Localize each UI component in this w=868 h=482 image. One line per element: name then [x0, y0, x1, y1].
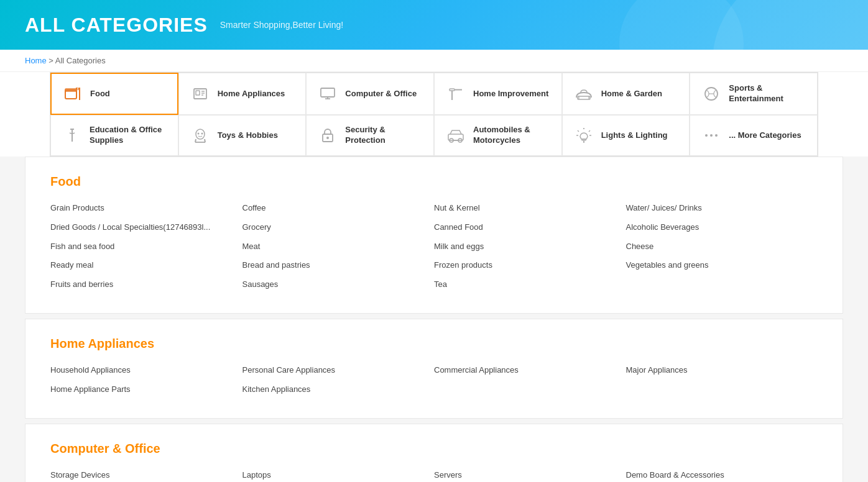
list-item[interactable]: Grocery	[242, 219, 435, 236]
cat-item-lights[interactable]: Lights & Lighting	[562, 115, 690, 156]
svg-point-29	[326, 137, 329, 139]
more-icon	[700, 124, 723, 147]
sports-label: Sports & Entertainment	[729, 83, 807, 104]
header-subtitle: Smarter Shopping,Better Living!	[220, 20, 343, 30]
svg-rect-5	[196, 91, 200, 95]
sports-icon	[700, 83, 723, 105]
home-appliances-section-title: Home Appliances	[50, 337, 818, 351]
list-item[interactable]: Milk and eggs	[434, 239, 626, 255]
svg-point-43	[715, 134, 718, 137]
list-item	[434, 381, 626, 398]
toys-icon	[189, 124, 211, 147]
list-item[interactable]: Canned Food	[434, 219, 626, 236]
cat-item-home-garden[interactable]: Home & Garden	[562, 73, 690, 115]
svg-line-38	[589, 130, 590, 132]
list-item[interactable]: Water/ Juices/ Drinks	[626, 200, 818, 217]
list-item[interactable]: Major Appliances	[626, 362, 818, 379]
list-item[interactable]: Storage Devices	[50, 467, 242, 482]
breadcrumb-current: All Categories	[55, 56, 106, 65]
cat-item-automobiles[interactable]: Automobiles & Motorcycles	[434, 115, 562, 156]
lights-label: Lights & Lighting	[601, 130, 668, 141]
list-item[interactable]: Nut & Kernel	[434, 200, 626, 217]
svg-point-22	[196, 129, 205, 139]
home-improvement-label: Home Improvement	[473, 89, 548, 99]
breadcrumb-home[interactable]: Home	[25, 56, 47, 65]
list-item[interactable]: Fruits and berries	[50, 276, 242, 293]
list-item[interactable]: Personal Care Appliances	[242, 362, 435, 379]
home-appliances-items-grid: Household Appliances Personal Care Appli…	[50, 362, 818, 398]
list-item[interactable]: Ready meal	[50, 257, 242, 274]
home-garden-icon	[573, 83, 595, 105]
list-item[interactable]: Bread and pastries	[242, 257, 435, 274]
cat-item-home-appliances[interactable]: Home Appliances	[178, 73, 307, 115]
cat-item-food[interactable]: Food	[50, 73, 178, 115]
home-appliances-section: Home Appliances Household Appliances Per…	[25, 319, 843, 419]
cat-item-sports[interactable]: Sports & Entertainment	[690, 73, 818, 115]
list-item	[626, 276, 818, 293]
home-improvement-icon	[445, 83, 467, 105]
list-item[interactable]: Commercial Appliances	[434, 362, 626, 379]
computer-office-label: Computer & Office	[345, 89, 417, 99]
computer-office-section-title: Computer & Office	[50, 442, 818, 456]
list-item[interactable]: Home Appliance Parts	[50, 381, 242, 398]
list-item	[626, 381, 818, 398]
automobiles-label: Automobiles & Motorcycles	[473, 125, 552, 146]
page-title: ALL CATEGORIES	[25, 14, 208, 37]
page-header: ALL CATEGORIES Smarter Shopping,Better L…	[0, 0, 868, 50]
svg-rect-15	[578, 96, 590, 99]
computer-office-section: Computer & Office Storage Devices Laptop…	[25, 424, 843, 482]
breadcrumb: Home > All Categories	[0, 50, 868, 72]
list-item[interactable]: Sausages	[242, 276, 435, 293]
list-item[interactable]: Dried Goods / Local Specialties(12746893…	[50, 219, 242, 236]
food-items-grid: Grain Products Coffee Nut & Kernel Water…	[50, 200, 818, 293]
list-item[interactable]: Meat	[242, 239, 435, 255]
category-nav: Food Home Appliances	[50, 72, 818, 157]
list-item[interactable]: Servers	[434, 467, 626, 482]
svg-point-27	[201, 133, 203, 135]
more-label: ... More Categories	[729, 130, 801, 141]
svg-rect-30	[448, 134, 463, 140]
cat-item-security[interactable]: Security & Protection	[306, 115, 434, 156]
home-appliances-label: Home Appliances	[218, 89, 285, 99]
cat-item-home-improvement[interactable]: Home Improvement	[434, 73, 562, 115]
food-section-title: Food	[50, 175, 818, 189]
list-item[interactable]: Demo Board & Accessories	[626, 467, 818, 482]
svg-point-26	[197, 133, 199, 135]
education-label: Education & Office Supplies	[90, 125, 168, 146]
list-item[interactable]: Cheese	[626, 239, 818, 255]
security-icon	[316, 124, 339, 147]
computer-office-items-grid: Storage Devices Laptops Servers Demo Boa…	[50, 467, 818, 482]
food-section: Food Grain Products Coffee Nut & Kernel …	[25, 157, 843, 314]
food-label: Food	[90, 89, 110, 99]
svg-rect-12	[450, 89, 455, 91]
svg-point-42	[710, 134, 713, 137]
list-item[interactable]: Vegetables and greens	[626, 257, 818, 274]
svg-rect-9	[321, 88, 335, 97]
list-item[interactable]: Household Appliances	[50, 362, 242, 379]
svg-point-41	[705, 134, 708, 137]
list-item[interactable]: Kitchen Appliances	[242, 381, 435, 398]
list-item[interactable]: Alcoholic Beverages	[626, 219, 818, 236]
toys-label: Toys & Hobbies	[218, 130, 278, 141]
home-garden-label: Home & Garden	[601, 89, 662, 99]
cat-item-toys[interactable]: Toys & Hobbies	[178, 115, 307, 156]
list-item[interactable]: Laptops	[242, 467, 435, 482]
security-label: Security & Protection	[345, 125, 423, 146]
lights-icon	[573, 124, 595, 147]
food-icon	[62, 83, 84, 105]
education-icon	[61, 124, 83, 147]
cat-item-computer-office[interactable]: Computer & Office	[306, 73, 434, 115]
list-item[interactable]: Tea	[434, 276, 626, 293]
svg-line-37	[578, 130, 579, 132]
list-item[interactable]: Frozen products	[434, 257, 626, 274]
list-item[interactable]: Coffee	[242, 200, 435, 217]
main-content: Food Grain Products Coffee Nut & Kernel …	[0, 157, 868, 482]
home-appliances-icon	[189, 83, 211, 105]
list-item[interactable]: Grain Products	[50, 200, 242, 217]
automobiles-icon	[445, 124, 467, 147]
computer-icon	[316, 83, 339, 105]
cat-item-education[interactable]: Education & Office Supplies	[50, 115, 178, 156]
breadcrumb-separator: >	[48, 56, 55, 65]
list-item[interactable]: Fish and sea food	[50, 239, 242, 255]
cat-item-more[interactable]: ... More Categories	[690, 115, 818, 156]
